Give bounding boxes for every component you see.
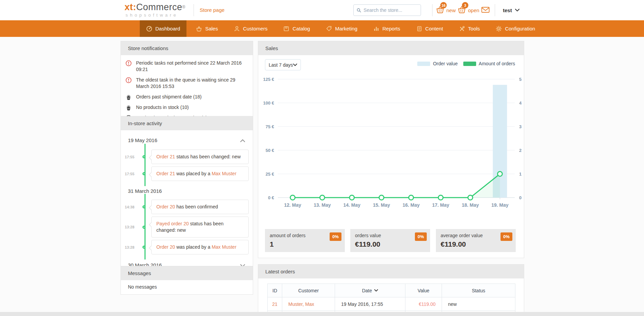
new-orders-label: new	[446, 7, 456, 13]
svg-text:15. May: 15. May	[373, 202, 390, 208]
header-divider	[432, 4, 432, 16]
svg-text:19. May: 19. May	[491, 202, 509, 208]
activity-group-events: 14:38 Order 20 has been confirmed 13:28 …	[121, 197, 253, 259]
nav-label: Dashboard	[155, 26, 180, 31]
logo-brand: Commerce	[136, 2, 182, 12]
svg-text:5: 5	[519, 77, 521, 82]
customer-link[interactable]: Max Muster	[212, 171, 236, 176]
user-menu[interactable]: test	[503, 0, 519, 20]
column-header-customer[interactable]: Customer	[282, 284, 335, 297]
nav-item-content[interactable]: Content	[410, 20, 450, 37]
latest-orders-panel: Latest orders ID Customer Date Value Sta…	[258, 264, 524, 316]
tools-icon	[459, 26, 465, 32]
event-time: 17:55	[121, 172, 138, 176]
chevron-up-icon[interactable]	[240, 137, 246, 144]
activity-event: 17:55 Order 21 was placed by a Max Muste…	[121, 166, 253, 181]
tag-icon	[326, 26, 332, 32]
xt-commerce-logo: xt:Commerce® shopsoftware	[125, 2, 185, 18]
messages-button[interactable]	[481, 7, 490, 14]
messages-empty-text: No messages	[121, 280, 253, 294]
activity-group-events: 17:55 Order 21 status has been changed: …	[121, 146, 253, 186]
warning-icon	[126, 60, 132, 66]
notifications-list: Periodic tasks not performed since 22 Ma…	[121, 55, 253, 126]
timeline-dot	[142, 226, 146, 229]
activity-date-group[interactable]: 31 March 2016	[121, 186, 253, 197]
nav-label: Configuration	[505, 26, 535, 31]
date-range-value: Last 7 days	[269, 62, 293, 68]
svg-text:125 €: 125 €	[263, 77, 274, 82]
event-text: status has been changed: new	[175, 154, 241, 159]
notification-item[interactable]: No products in stock (10)	[121, 102, 253, 113]
svg-text:18. May: 18. May	[462, 202, 479, 208]
nav-item-marketing[interactable]: Marketing	[319, 20, 364, 37]
nav-label: Catalog	[292, 26, 310, 31]
store-page-link[interactable]: Store page	[200, 0, 224, 20]
order-customer-link[interactable]: Muster, Max	[288, 301, 314, 307]
store-search	[353, 4, 421, 16]
store-notifications-panel: Store notifications Periodic tasks not p…	[120, 41, 253, 127]
svg-text:3: 3	[519, 124, 521, 129]
event-bubble: Order 20 was placed by a Max Muster	[151, 240, 249, 254]
nav-item-tools[interactable]: Tools	[452, 20, 486, 37]
open-orders-button[interactable]: 3 open	[458, 5, 479, 13]
new-orders-button[interactable]: 16 new	[436, 5, 456, 13]
messages-panel: Messages No messages	[120, 266, 253, 295]
order-status: new	[442, 297, 515, 311]
nav-label: Sales	[205, 26, 218, 31]
activity-event: 13:28 Order 20 was placed by a Max Muste…	[121, 240, 253, 254]
svg-text:14. May: 14. May	[343, 202, 360, 208]
notification-item[interactable]: The oldest task in the queue is waiting …	[121, 75, 253, 92]
order-link[interactable]: Payed order 20	[156, 221, 189, 226]
activity-date-group[interactable]: 19 May 2016	[121, 135, 253, 146]
date-range-select[interactable]: Last 7 days	[265, 59, 301, 70]
panel-title: Store notifications	[121, 41, 253, 55]
column-header-label: Date	[362, 288, 372, 293]
user-name: test	[503, 7, 512, 13]
registered-mark: ®	[182, 5, 185, 9]
column-header-date[interactable]: Date	[335, 284, 405, 297]
stat-average-order-value: average order value 0% €119.00	[436, 229, 516, 252]
legend-item: Order value	[417, 61, 458, 66]
order-link[interactable]: Order 20	[156, 244, 175, 250]
search-icon	[357, 8, 361, 13]
column-header-status[interactable]: Status	[442, 284, 515, 297]
order-value-swatch	[417, 62, 430, 66]
customer-link[interactable]: Max Muster	[212, 244, 236, 250]
column-header-id[interactable]: ID	[268, 284, 282, 297]
notification-item[interactable]: Periodic tasks not performed since 22 Ma…	[121, 58, 253, 75]
event-bubble: Order 21 was placed by a Max Muster	[151, 166, 249, 181]
basket-icon	[126, 105, 132, 111]
legend-item: Amount of orders	[463, 61, 515, 66]
nav-item-configuration[interactable]: Configuration	[489, 20, 541, 37]
nav-item-customers[interactable]: Customers	[227, 20, 274, 37]
event-time: 13:28	[121, 245, 138, 249]
svg-text:50 €: 50 €	[266, 148, 274, 153]
stat-label: amount of orders	[270, 233, 306, 238]
order-row: 21 Muster, Max 19 May 2016, 17:55 €119.0…	[268, 297, 515, 311]
warning-icon	[126, 77, 132, 83]
logo-text: xt:Commerce®	[125, 2, 185, 12]
amount-of-orders-swatch	[463, 62, 476, 66]
sales-chart: 0 €025 €150 €275 €3100 €4125 €512. May13…	[258, 75, 525, 210]
nav-item-sales[interactable]: Sales	[190, 20, 224, 37]
nav-item-reports[interactable]: Reports	[367, 20, 407, 37]
notification-item[interactable]: Orders past shipment date (18)	[121, 92, 253, 102]
order-link[interactable]: Order 21	[156, 171, 175, 176]
svg-text:17. May: 17. May	[432, 202, 449, 208]
basket-icon	[126, 94, 132, 100]
activity-event: 14:38 Order 20 has been confirmed	[121, 200, 253, 214]
new-orders-count-badge: 16	[440, 2, 447, 8]
timeline-dot	[142, 246, 146, 249]
chevron-down-icon	[515, 9, 519, 12]
order-link[interactable]: Order 20	[156, 204, 175, 209]
legend-label: Order value	[433, 61, 458, 66]
order-link[interactable]: Order 21	[156, 154, 175, 159]
open-orders-label: open	[468, 7, 479, 13]
search-input[interactable]	[363, 7, 418, 13]
nav-item-catalog[interactable]: Catalog	[277, 20, 316, 37]
order-id-link[interactable]: 21	[272, 301, 277, 307]
nav-item-dashboard[interactable]: Dashboard	[140, 20, 186, 37]
column-header-value[interactable]: Value	[405, 284, 442, 297]
nav-label: Customers	[243, 26, 268, 31]
main-navigation: Dashboard Sales Customers Catalog Market…	[0, 20, 644, 37]
